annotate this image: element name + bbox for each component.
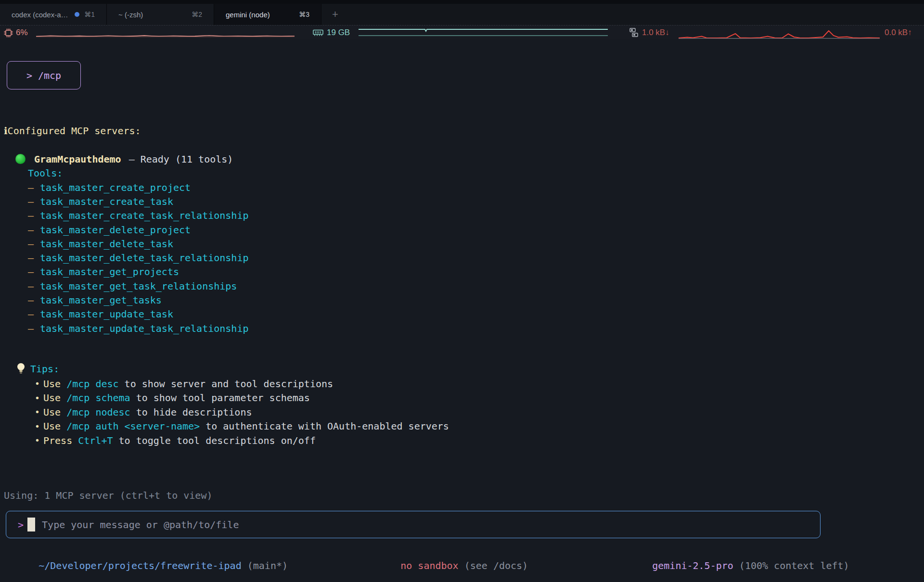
network-download-value: 1.0 kB↓ xyxy=(642,25,669,40)
mcp-servers-heading: ℹConfigured MCP servers: xyxy=(4,124,141,138)
list-dash: – xyxy=(28,280,40,292)
tips-list: • Use /mcp desc to show server and tool … xyxy=(35,377,449,448)
tip-description: to show tool parameter schemas xyxy=(130,392,310,404)
green-circle-icon xyxy=(15,154,26,164)
mcp-server-name: GramMcpauthdemo xyxy=(34,153,121,165)
mcp-usage-summary: Using: 1 MCP server (ctrl+t to view) xyxy=(4,489,212,503)
tip-command: /mcp desc xyxy=(66,378,118,390)
lightbulb-icon xyxy=(16,362,26,376)
tool-list-item: – task_master_create_project xyxy=(28,180,248,194)
mcp-server-status: – Ready (11 tools) xyxy=(129,153,233,165)
memory-usage-value: 19 GB xyxy=(327,25,350,40)
tools-list: – task_master_create_project – task_mast… xyxy=(28,180,248,335)
tool-name: task_master_create_task_relationship xyxy=(40,210,248,221)
network-usage-graph xyxy=(679,27,880,39)
tip-prefix: Use xyxy=(43,392,66,404)
cpu-usage-graph xyxy=(36,27,295,38)
prompt-chevron: > xyxy=(18,519,24,531)
tool-name: task_master_update_task xyxy=(40,308,173,320)
tool-list-item: – task_master_delete_task xyxy=(28,237,248,251)
tip-list-item: • Use /mcp nodesc to hide descriptions xyxy=(35,405,449,419)
tip-command: Ctrl+T xyxy=(78,435,113,446)
tip-command: /mcp auth <server-name> xyxy=(66,420,200,432)
tool-name: task_master_create_project xyxy=(40,182,191,193)
tool-list-item: – task_master_get_projects xyxy=(28,265,248,279)
message-input[interactable]: > Type your message or @path/to/file xyxy=(6,511,821,538)
tip-description: to authenticate with OAuth-enabled serve… xyxy=(200,420,449,432)
tool-name: task_master_get_projects xyxy=(40,266,179,278)
mcp-server-row: GramMcpauthdemo – Ready (11 tools) xyxy=(15,152,233,166)
tool-list-item: – task_master_delete_project xyxy=(28,223,248,237)
tip-list-item: • Use /mcp desc to show server and tool … xyxy=(35,377,449,391)
context-remaining: (100% context left) xyxy=(733,560,849,571)
tool-list-item: – task_master_get_tasks xyxy=(28,293,248,307)
tip-prefix: Press xyxy=(43,435,78,446)
tip-description: to show server and tool descriptions xyxy=(119,378,334,390)
sandbox-docs-note: (see /docs) xyxy=(459,560,528,571)
tab-shortcut: ⌘3 xyxy=(299,11,309,18)
tip-description: to toggle tool descriptions on/off xyxy=(113,435,316,446)
tool-list-item: – task_master_delete_task_relationship xyxy=(28,251,248,265)
list-dash: – xyxy=(28,308,40,320)
tip-list-item: • Use /mcp auth <server-name> to authent… xyxy=(35,419,449,434)
tip-command: /mcp nodesc xyxy=(66,406,130,418)
tab-shortcut: ⌘2 xyxy=(192,11,202,18)
cpu-usage-value: 6% xyxy=(16,25,28,40)
tool-name: task_master_delete_task_relationship xyxy=(40,252,248,264)
list-bullet: • xyxy=(35,379,43,389)
tab-zsh[interactable]: ~ (-zsh) ⌘2 xyxy=(107,4,214,25)
tool-list-item: – task_master_create_task xyxy=(28,194,248,208)
tip-list-item: • Use /mcp schema to show tool parameter… xyxy=(35,391,449,405)
network-icon xyxy=(629,28,638,38)
list-bullet: • xyxy=(35,421,43,431)
tool-name: task_master_update_task_relationship xyxy=(40,323,248,334)
activity-dot-icon xyxy=(75,12,79,17)
tools-heading: Tools: xyxy=(28,166,63,180)
previous-command-box: > /mcp xyxy=(7,61,81,89)
tool-name: task_master_create_task xyxy=(40,196,173,207)
tab-bar: codex (codex-aar... ⌘1 ~ (-zsh) ⌘2 gemin… xyxy=(0,0,924,25)
tips-header: Tips: xyxy=(16,361,59,377)
tab-gemini-active[interactable]: gemini (node) ⌘3 xyxy=(214,4,321,25)
tab-codex[interactable]: codex (codex-aar... ⌘1 xyxy=(0,4,107,25)
ram-icon xyxy=(313,29,323,37)
tip-prefix: Use xyxy=(43,378,66,390)
tool-list-item: – task_master_create_task_relationship xyxy=(28,209,248,223)
list-dash: – xyxy=(28,294,40,306)
tip-prefix: Use xyxy=(43,406,66,418)
tool-list-item: – task_master_update_task_relationship xyxy=(28,321,248,335)
tip-description: to hide descriptions xyxy=(130,406,252,418)
tab-label: codex (codex-aar... xyxy=(12,11,69,19)
previous-command-text: > /mcp xyxy=(26,70,61,81)
tool-name: task_master_get_task_relationships xyxy=(40,280,237,292)
tips-heading: Tips: xyxy=(30,363,59,375)
system-status-bar: 6% 19 GB 1.0 kB↓ 0.0 kB↑ xyxy=(0,25,924,39)
list-dash: – xyxy=(28,182,40,193)
memory-usage-graph xyxy=(359,27,608,38)
input-placeholder: Type your message or @path/to/file xyxy=(42,519,239,531)
tab-bar-filler: + xyxy=(321,4,924,25)
list-dash: – xyxy=(28,210,40,221)
model-name: gemini-2.5-pro xyxy=(652,560,733,571)
text-cursor xyxy=(27,518,35,531)
tip-command: /mcp schema xyxy=(66,392,130,404)
working-directory: ~/Developer/projects/freewrite-ipad xyxy=(38,560,241,571)
tool-list-item: – task_master_update_task xyxy=(28,307,248,321)
new-tab-button[interactable]: + xyxy=(332,9,338,20)
cpu-icon xyxy=(4,28,13,38)
git-branch: (main*) xyxy=(242,560,288,571)
list-dash: – xyxy=(28,266,40,278)
tip-list-item: • Press Ctrl+T to toggle tool descriptio… xyxy=(35,433,449,448)
tool-name: task_master_delete_task xyxy=(40,238,173,250)
list-dash: – xyxy=(28,323,40,334)
list-bullet: • xyxy=(35,407,43,417)
tip-prefix: Use xyxy=(43,420,66,432)
tool-name: task_master_get_tasks xyxy=(40,294,162,306)
list-bullet: • xyxy=(35,393,43,403)
list-dash: – xyxy=(28,224,40,236)
list-bullet: • xyxy=(35,435,43,445)
tool-name: task_master_delete_project xyxy=(40,224,191,236)
list-dash: – xyxy=(28,252,40,264)
tab-shortcut: ⌘1 xyxy=(84,11,95,18)
network-upload-value: 0.0 kB↑ xyxy=(885,25,912,40)
